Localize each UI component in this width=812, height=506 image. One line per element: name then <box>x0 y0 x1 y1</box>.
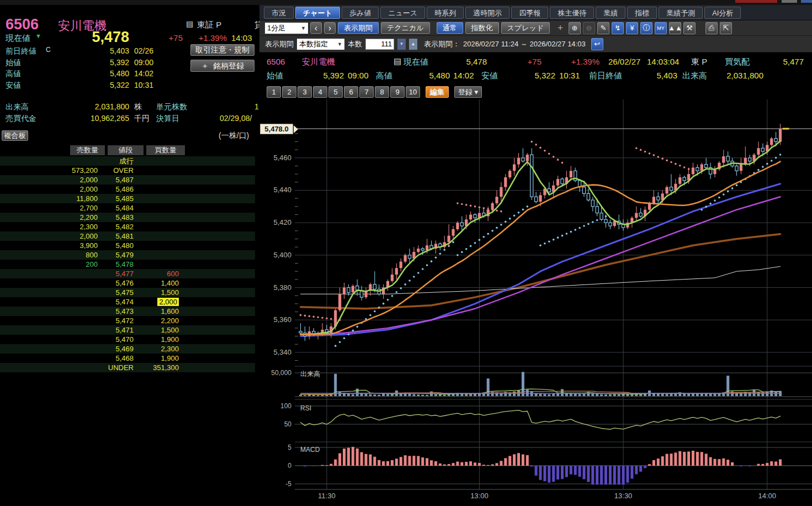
book-price-value: 5,474 <box>115 297 134 307</box>
board-list-icon[interactable]: ▤ <box>186 19 193 28</box>
tab-歩み値[interactable]: 歩み値 <box>342 7 379 19</box>
print-icon[interactable]: ⎙ <box>705 22 718 34</box>
reset-period-button[interactable]: ↩ <box>591 38 603 50</box>
book-row[interactable]: 8005,479 <box>0 250 255 260</box>
display-period-button[interactable]: 表示期間 <box>338 22 379 34</box>
crosshair-icon[interactable]: ＋ <box>554 22 566 34</box>
period-mode-select[interactable]: 本数指定▼ <box>297 39 344 50</box>
chart-page-8[interactable]: 8 <box>375 86 389 98</box>
book-row[interactable]: 2005,478 <box>0 260 255 269</box>
book-header-price[interactable]: 値段 <box>108 145 144 155</box>
book-sell-value: 11,800 <box>76 194 98 203</box>
chevron-down-icon: ▼ <box>298 23 306 34</box>
high-label: 高値 <box>376 71 392 81</box>
tab-AI分析[interactable]: AI分析 <box>704 7 741 19</box>
count-up-button[interactable]: ▲ <box>409 39 417 50</box>
interval-select[interactable]: 1分足▼ <box>265 23 308 34</box>
settings-wrench-icon[interactable]: ⚒ <box>683 22 696 34</box>
tab-四季報[interactable]: 四季報 <box>511 7 548 19</box>
yen-scale-icon[interactable]: ¥ <box>626 22 638 34</box>
composite-board-button[interactable]: 複合板 <box>2 130 28 141</box>
tab-ニュース[interactable]: ニュース <box>380 7 425 19</box>
tab-業績[interactable]: 業績 <box>596 7 625 19</box>
chart-page-3[interactable]: 3 <box>298 86 312 98</box>
book-row[interactable]: 5,4742,000 <box>0 297 255 307</box>
book-row[interactable]: 5,4761,400 <box>0 278 255 288</box>
zoom-out-icon[interactable]: ⊖ <box>583 22 595 34</box>
book-sell-value: 573,200 <box>72 166 98 175</box>
chart-page-10[interactable]: 10 <box>406 86 420 98</box>
book-row[interactable]: 3,9005,480 <box>0 241 255 250</box>
bar-count-input[interactable] <box>365 39 394 50</box>
current-price-tag: 5,478.0 <box>260 124 293 134</box>
chart-page-4[interactable]: 4 <box>313 86 327 98</box>
book-row[interactable]: 2,0005,487 <box>0 175 255 185</box>
prev-button[interactable]: ‹ <box>310 22 322 34</box>
register-button[interactable]: 登録 ▾ <box>454 86 482 98</box>
book-row[interactable]: 2,7005,484 <box>0 203 255 213</box>
normal-button[interactable]: 通常 <box>437 22 463 34</box>
trend-line-icon[interactable]: ↯ <box>612 22 624 34</box>
book-row[interactable]: 2,0005,481 <box>0 231 255 241</box>
register-symbol-button[interactable]: ＋銘柄登録 <box>190 60 254 72</box>
prev-close-flag: C <box>46 46 51 54</box>
tab-業績予測[interactable]: 業績予測 <box>659 7 703 19</box>
book-row[interactable]: 5,4751,500 <box>0 288 255 297</box>
popout-icon[interactable]: ⇱ <box>720 22 732 34</box>
turnover-label: 売買代金 <box>6 114 36 124</box>
book-row[interactable]: 5,4731,600 <box>0 307 255 316</box>
chart-page-7[interactable]: 7 <box>359 86 374 98</box>
my-chart-icon[interactable]: MY <box>655 22 667 34</box>
indexed-button[interactable]: 指数化 <box>465 22 499 34</box>
spread-button[interactable]: スプレッド <box>501 22 550 34</box>
book-row[interactable]: 573,200OVER <box>0 166 255 175</box>
book-row[interactable]: 5,477600 <box>0 269 255 278</box>
book-row[interactable]: 2,2005,483 <box>0 213 255 222</box>
price-change-pct: +1.39% <box>190 33 227 43</box>
tab-市況[interactable]: 市況 <box>264 7 294 19</box>
book-row[interactable]: 5,4711,500 <box>0 325 255 335</box>
chart-page-6[interactable]: 6 <box>344 86 358 98</box>
chart-canvas[interactable]: 11:3013:0013:3014:005,4605,4405,4205,400… <box>259 99 812 506</box>
tab-チャート[interactable]: チャート <box>295 7 340 19</box>
book-row[interactable]: 11,8005,485 <box>0 194 255 203</box>
open-price: 5,392 <box>83 58 129 67</box>
chevron-down-icon: ▼ <box>334 39 342 50</box>
chart-page-5[interactable]: 5 <box>328 86 343 98</box>
tab-時系列[interactable]: 時系列 <box>427 7 464 19</box>
book-row[interactable]: 5,4692,300 <box>0 344 255 354</box>
book-row[interactable]: 2,0005,486 <box>0 185 255 194</box>
trade-caution-button[interactable]: 取引注意・規制 <box>190 44 254 56</box>
open-time: 09:00 <box>348 71 369 80</box>
book-row[interactable]: 5,4722,200 <box>0 316 255 325</box>
draw-pencil-icon[interactable]: ✎ <box>597 22 609 34</box>
book-row[interactable]: 5,4701,900 <box>0 335 255 344</box>
technical-button[interactable]: テクニカル <box>381 22 430 34</box>
book-header-sell[interactable]: 売数量 <box>70 145 105 155</box>
book-row[interactable]: 成行 <box>0 156 255 166</box>
svg-text:0: 0 <box>288 462 291 470</box>
turnover-unit: 千円 <box>134 114 150 124</box>
tab-適時開示[interactable]: 適時開示 <box>465 7 510 19</box>
info-icon[interactable]: ⓘ <box>640 22 652 34</box>
board-list-icon[interactable]: ▤ <box>394 56 401 66</box>
book-row[interactable]: 2,3005,482 <box>0 222 255 231</box>
tab-指標[interactable]: 指標 <box>627 7 657 19</box>
chart-page-1[interactable]: 1 <box>267 86 281 98</box>
zoom-in-icon[interactable]: ⊕ <box>569 22 581 34</box>
edit-button[interactable]: 編集 <box>426 86 449 98</box>
book-row[interactable]: 5,4681,900 <box>0 354 255 363</box>
tab-株主優待[interactable]: 株主優待 <box>550 7 594 19</box>
svg-text:-5: -5 <box>285 480 291 488</box>
svg-text:50,000: 50,000 <box>271 369 291 377</box>
next-button[interactable]: › <box>324 22 336 34</box>
book-header-buy[interactable]: 買数量 <box>146 145 185 155</box>
book-row[interactable]: UNDER351,300 <box>0 363 255 372</box>
tab-bar: 市況チャート歩み値ニュース時系列適時開示四季報株主優待業績指標業績予測AI分析 <box>259 5 812 20</box>
toolbar-buttons: 表示期間テクニカル通常指数化スプレッド <box>338 22 550 34</box>
chart-page-2[interactable]: 2 <box>282 86 296 98</box>
mountain-chart-icon[interactable]: ▲▲ <box>669 22 681 34</box>
chart-page-9[interactable]: 9 <box>390 86 405 98</box>
count-down-button[interactable]: ▼ <box>397 39 406 50</box>
volume-value: 2,031,800 <box>57 102 129 111</box>
